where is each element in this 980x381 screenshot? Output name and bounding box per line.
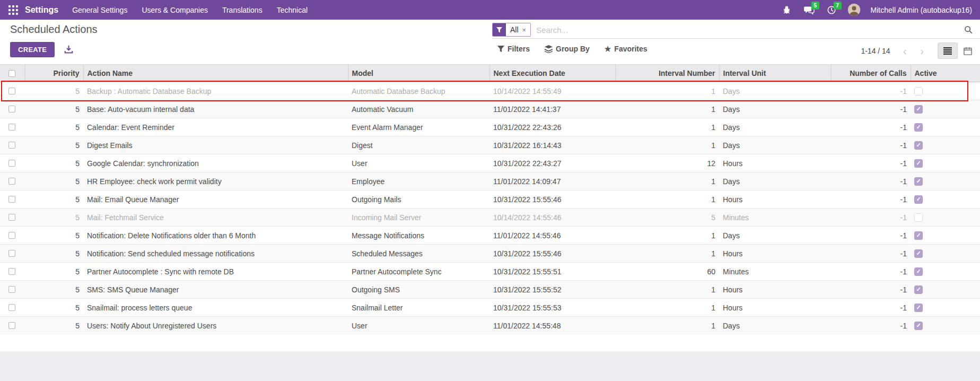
table-row[interactable]: 5Partner Autocomplete : Sync with remote… <box>0 263 980 281</box>
cell-number-of-calls: -1 <box>831 190 911 209</box>
cell-active: ✓ <box>911 245 980 263</box>
row-checkbox[interactable] <box>8 268 15 275</box>
column-header-number-of-calls[interactable]: Number of Calls <box>831 65 911 82</box>
row-checkbox[interactable] <box>8 106 15 112</box>
active-checkbox-checked[interactable]: ✓ <box>914 249 923 258</box>
row-select-cell <box>0 245 25 263</box>
nav-menu-item-users-companies[interactable]: Users & Companies <box>142 6 208 14</box>
cell-interval-number: 1 <box>615 317 719 335</box>
active-checkbox-checked[interactable]: ✓ <box>914 322 923 330</box>
cell-action-name: Digest Emails <box>83 136 348 154</box>
app-name[interactable]: Settings <box>25 5 58 15</box>
table-row[interactable]: 5Base: Auto-vacuum internal dataAutomati… <box>0 100 980 118</box>
active-checkbox-checked[interactable]: ✓ <box>914 105 923 114</box>
cell-priority: 5 <box>25 100 83 118</box>
pager-next-icon[interactable]: › <box>916 46 928 56</box>
checkmark-icon: ✓ <box>916 196 921 202</box>
row-checkbox[interactable] <box>8 196 15 203</box>
table-row[interactable]: 5Snailmail: process letters queueSnailma… <box>0 299 980 317</box>
column-header-active[interactable]: Active <box>911 65 980 82</box>
active-checkbox-checked[interactable]: ✓ <box>914 123 923 132</box>
cell-model: Automatic Database Backup <box>348 82 489 100</box>
row-checkbox[interactable] <box>8 88 15 94</box>
cell-interval-unit: Hours <box>719 245 831 263</box>
row-select-cell <box>0 136 25 154</box>
active-checkbox-unchecked[interactable]: ✓ <box>914 213 923 222</box>
list-view-button[interactable] <box>938 42 958 59</box>
row-checkbox[interactable] <box>8 142 15 149</box>
search-facet[interactable]: All × <box>492 23 531 37</box>
cell-interval-unit: Hours <box>719 299 831 317</box>
cell-priority: 5 <box>25 172 83 190</box>
table-row[interactable]: 5Backup : Automatic Database BackupAutom… <box>0 82 980 100</box>
apps-grid-icon[interactable] <box>8 5 19 15</box>
search-bar: All × <box>492 21 980 39</box>
nav-menu-item-technical[interactable]: Technical <box>277 6 308 14</box>
row-checkbox[interactable] <box>8 124 15 131</box>
active-checkbox-checked[interactable]: ✓ <box>914 159 923 168</box>
export-download-icon[interactable] <box>64 45 73 54</box>
active-checkbox-unchecked[interactable]: ✓ <box>914 87 923 96</box>
nav-menu-item-translations[interactable]: Translations <box>222 6 262 14</box>
facet-remove-icon[interactable]: × <box>522 26 527 34</box>
row-checkbox[interactable] <box>8 250 15 257</box>
column-header-action-name[interactable]: Action Name <box>83 65 348 82</box>
table-row[interactable]: 5Users: Notify About Unregistered UsersU… <box>0 317 980 335</box>
row-checkbox[interactable] <box>8 214 15 221</box>
table-row[interactable]: 5HR Employee: check work permit validity… <box>0 172 980 190</box>
column-header-priority[interactable]: Priority <box>25 65 83 82</box>
active-checkbox-checked[interactable]: ✓ <box>914 285 923 294</box>
activities-clock-icon[interactable]: 7 <box>826 4 837 16</box>
checkmark-icon: ✓ <box>916 142 921 148</box>
cell-interval-number: 1 <box>615 227 719 245</box>
nav-menu-item-general-settings[interactable]: General Settings <box>72 6 127 14</box>
favorites-button[interactable]: ★ Favorites <box>605 45 648 53</box>
active-checkbox-checked[interactable]: ✓ <box>914 195 923 204</box>
cell-next-execution-date: 11/01/2022 14:41:37 <box>489 100 615 118</box>
row-checkbox[interactable] <box>8 178 15 185</box>
cell-interval-unit: Hours <box>719 190 831 209</box>
active-checkbox-checked[interactable]: ✓ <box>914 177 923 186</box>
debug-bug-icon[interactable] <box>781 4 793 16</box>
calendar-view-button[interactable] <box>958 42 978 59</box>
table-row[interactable]: 5Mail: Fetchmail ServiceIncoming Mail Se… <box>0 209 980 227</box>
search-icon[interactable] <box>964 25 973 36</box>
user-avatar[interactable] <box>848 4 860 16</box>
active-checkbox-checked[interactable]: ✓ <box>914 231 923 240</box>
active-checkbox-checked[interactable]: ✓ <box>914 267 923 276</box>
column-header-next-execution-date[interactable]: Next Execution Date <box>489 65 615 82</box>
user-menu[interactable]: Mitchell Admin (autobackup16) <box>871 6 972 14</box>
column-header-interval-unit[interactable]: Interval Unit <box>719 65 831 82</box>
row-checkbox[interactable] <box>8 160 15 167</box>
column-header-interval-number[interactable]: Interval Number <box>615 65 719 82</box>
table-row[interactable]: 5SMS: SMS Queue ManagerOutgoing SMS10/31… <box>0 281 980 299</box>
group-by-button[interactable]: Group By <box>545 45 590 53</box>
table-row[interactable]: 5Mail: Email Queue ManagerOutgoing Mails… <box>0 190 980 209</box>
table-row[interactable]: 5Notification: Delete Notifications olde… <box>0 227 980 245</box>
row-checkbox[interactable] <box>8 304 15 311</box>
search-input[interactable] <box>536 25 959 34</box>
select-all-checkbox[interactable] <box>8 70 15 77</box>
table-row[interactable]: 5Digest EmailsDigest10/31/2022 16:14:431… <box>0 136 980 154</box>
cell-active: ✓ <box>911 227 980 245</box>
table-row[interactable]: 5Google Calendar: synchronizationUser10/… <box>0 154 980 172</box>
create-button[interactable]: CREATE <box>10 42 55 57</box>
active-checkbox-checked[interactable]: ✓ <box>914 304 923 312</box>
table-row[interactable]: 5Calendar: Event ReminderEvent Alarm Man… <box>0 118 980 136</box>
pager-previous-icon[interactable]: ‹ <box>899 46 911 56</box>
cell-model: Automatic Vacuum <box>348 100 489 118</box>
filters-button[interactable]: Filters <box>497 45 530 53</box>
cell-interval-number: 1 <box>615 281 719 299</box>
row-checkbox[interactable] <box>8 232 15 239</box>
row-select-cell <box>0 190 25 209</box>
row-checkbox[interactable] <box>8 286 15 293</box>
row-checkbox[interactable] <box>8 322 15 329</box>
messages-badge: 5 <box>811 2 819 10</box>
cell-priority: 5 <box>25 227 83 245</box>
page-title: Scheduled Actions <box>10 23 98 36</box>
column-header-model[interactable]: Model <box>348 65 489 82</box>
active-checkbox-checked[interactable]: ✓ <box>914 141 923 150</box>
table-row[interactable]: 5Notification: Send scheduled message no… <box>0 245 980 263</box>
messages-icon[interactable]: 5 <box>803 4 815 16</box>
cell-active: ✓ <box>911 100 980 118</box>
